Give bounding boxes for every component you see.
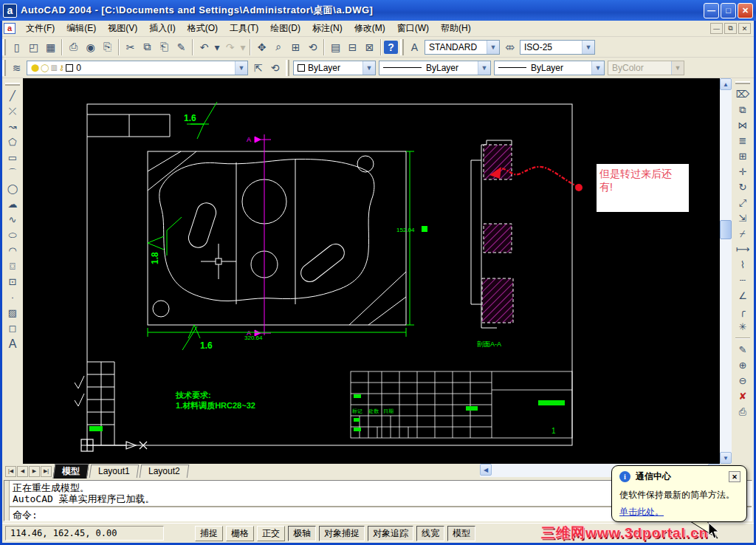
balloon-close-button[interactable]: ✕: [729, 471, 740, 482]
color-dropdown[interactable]: ByLayer ▼: [293, 61, 376, 75]
open-button[interactable]: ◰: [25, 39, 42, 55]
maximize-button[interactable]: □: [721, 3, 736, 18]
scroll-up-button[interactable]: ▲: [720, 78, 732, 90]
ellipse-arc-button[interactable]: ◠: [4, 243, 21, 258]
tab-nav-last[interactable]: ▶|: [41, 466, 52, 477]
vertical-scroll-thumb[interactable]: [720, 220, 732, 239]
tab-layout1[interactable]: Layout1: [89, 465, 139, 478]
ortho-toggle[interactable]: 正交: [257, 526, 285, 541]
tool-palettes-button[interactable]: ⊠: [361, 39, 378, 55]
tab-model[interactable]: 模型: [53, 464, 89, 479]
zoom-window-button[interactable]: ⊞: [287, 39, 304, 55]
menu-window[interactable]: 窗口(W): [391, 20, 435, 37]
publish-button[interactable]: ⎘: [99, 39, 116, 55]
move-button[interactable]: ✛: [734, 164, 752, 179]
dim-style-button[interactable]: ⤄: [501, 39, 518, 55]
minimize-button[interactable]: —: [704, 3, 719, 18]
redo-dropdown[interactable]: ▾: [238, 39, 247, 55]
snap-toggle[interactable]: 捕捉: [195, 526, 223, 541]
paste-button[interactable]: ⎗: [156, 39, 173, 55]
otrack-toggle[interactable]: 对象追踪: [368, 526, 413, 541]
lineweight-toggle[interactable]: 线宽: [416, 526, 444, 541]
polar-toggle[interactable]: 极轴: [288, 526, 316, 541]
scroll-down-button[interactable]: ▼: [720, 452, 732, 464]
copy-button[interactable]: ⧉: [734, 102, 752, 117]
insert-block-button[interactable]: ⌼: [4, 258, 21, 274]
toolbar-grip[interactable]: [400, 39, 404, 55]
extend-button[interactable]: ⟼: [734, 241, 752, 257]
construction-line-button[interactable]: ⤫: [4, 103, 21, 119]
revision-cloud-button[interactable]: ☁: [4, 196, 21, 212]
polyline-button[interactable]: ↝: [4, 119, 21, 134]
coordinates-readout[interactable]: 114.46, 162.45, 0.00: [5, 526, 164, 541]
lineweight-dropdown[interactable]: ByLayer ▼: [494, 61, 605, 75]
hatch-button[interactable]: ▨: [4, 305, 21, 321]
menu-insert[interactable]: 插入(I): [143, 20, 181, 37]
mdi-close-button[interactable]: ✕: [738, 23, 751, 34]
make-object-layer-current-button[interactable]: ⇱: [250, 60, 267, 76]
dim-style-dropdown[interactable]: ISO-25 ▼: [520, 40, 595, 55]
dwg-file-icon[interactable]: a: [4, 23, 16, 34]
trim-button[interactable]: ⌿: [734, 226, 752, 241]
erase-button[interactable]: ⌦: [734, 86, 752, 102]
offset-button[interactable]: ≣: [734, 133, 752, 148]
menu-dimension[interactable]: 标注(N): [306, 20, 348, 37]
zoom-previous-button[interactable]: ⟲: [304, 39, 321, 55]
rotate-button[interactable]: ↻: [734, 179, 752, 195]
toolbar-grip[interactable]: [2, 60, 6, 76]
mtext-button[interactable]: A: [4, 336, 21, 352]
text-style-dropdown[interactable]: STANDARD ▼: [425, 40, 500, 55]
scroll-left-button[interactable]: ◀: [480, 464, 492, 476]
text-style-button[interactable]: A: [406, 39, 423, 55]
layer-dropdown[interactable]: ⬤ ◯ ▥ ⚷ 0 ▼: [27, 61, 248, 75]
osnap-toggle[interactable]: 对象捕捉: [319, 526, 365, 541]
break-button[interactable]: ┄: [734, 272, 752, 288]
mdi-restore-button[interactable]: ⧉: [724, 23, 737, 34]
save-button[interactable]: ▦: [42, 39, 59, 55]
toolbar-grip[interactable]: [735, 81, 750, 84]
circle-button[interactable]: ◯: [4, 181, 21, 196]
zoom-realtime-button[interactable]: ⌕: [270, 39, 287, 55]
chamfer-button[interactable]: ∠: [734, 288, 752, 304]
tab-nav-next[interactable]: ▶: [29, 466, 40, 477]
menu-edit[interactable]: 编辑(E): [61, 20, 102, 37]
arc-button[interactable]: ⌒: [4, 165, 21, 181]
grid-toggle[interactable]: 栅格: [226, 526, 254, 541]
explode-button[interactable]: ✳: [734, 319, 752, 335]
tab-layout2[interactable]: Layout2: [139, 465, 188, 478]
undo-dropdown[interactable]: ▾: [213, 39, 221, 55]
ellipse-button[interactable]: ⬭: [4, 227, 21, 243]
point-button[interactable]: ∙: [4, 289, 21, 305]
rectangle-button[interactable]: ▭: [4, 150, 21, 165]
menu-format[interactable]: 格式(O): [182, 20, 224, 37]
menu-modify[interactable]: 修改(M): [348, 20, 391, 37]
redo-button[interactable]: ↷: [221, 39, 238, 55]
line-button[interactable]: ╱: [4, 88, 21, 103]
undo-button[interactable]: ↶: [196, 39, 213, 55]
designcenter-button[interactable]: ⊟: [344, 39, 361, 55]
layer-previous-button[interactable]: ⟲: [267, 60, 284, 76]
mirror-button[interactable]: ⋈: [734, 117, 752, 133]
help-button[interactable]: ?: [384, 41, 398, 54]
edit-reference-button[interactable]: ✎: [734, 342, 752, 357]
linetype-dropdown[interactable]: ByLayer ▼: [379, 61, 491, 75]
menu-view[interactable]: 视图(V): [102, 20, 143, 37]
copy-clip-button[interactable]: ⧉: [139, 39, 156, 55]
polygon-button[interactable]: ⬠: [4, 134, 21, 150]
balloon-link[interactable]: 单击此处。: [619, 506, 740, 518]
cut-button[interactable]: ✂: [122, 39, 139, 55]
save-edits-button[interactable]: ⎙: [734, 404, 752, 419]
plot-preview-button[interactable]: ◉: [82, 39, 99, 55]
scale-button[interactable]: ⤢: [734, 195, 752, 210]
menu-file[interactable]: 文件(F): [20, 20, 61, 37]
model-toggle[interactable]: 模型: [447, 526, 475, 541]
command-window-grip[interactable]: [4, 481, 10, 521]
discard-edits-button[interactable]: ✘: [734, 388, 752, 404]
plot-button[interactable]: ⎙: [65, 39, 82, 55]
match-properties-button[interactable]: ✎: [173, 39, 190, 55]
drawing-canvas[interactable]: A A 152.04 320.64 1.6 1.8 1.6: [23, 78, 720, 464]
menu-draw[interactable]: 绘图(D): [264, 20, 306, 37]
region-button[interactable]: ◻: [4, 321, 21, 336]
remove-objects-button[interactable]: ⊖: [734, 373, 752, 388]
new-button[interactable]: ▯: [8, 39, 25, 55]
